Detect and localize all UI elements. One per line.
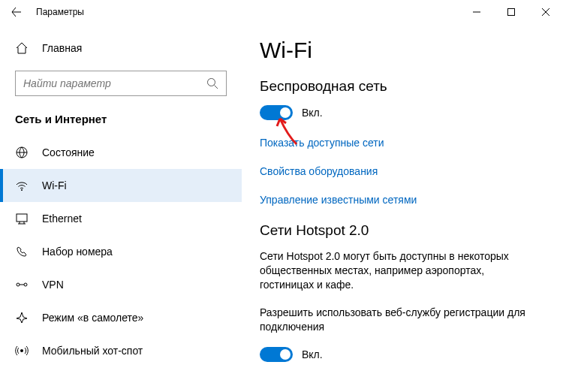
hotspot-icon	[15, 344, 29, 357]
home-nav[interactable]: Главная	[0, 33, 242, 63]
link-show-networks[interactable]: Показать доступные сети	[260, 137, 540, 149]
minimize-icon	[473, 8, 480, 16]
back-arrow-icon	[11, 7, 22, 17]
search-icon	[206, 77, 218, 89]
sidebar-item-label: VPN	[42, 279, 64, 291]
search-box[interactable]	[15, 71, 227, 96]
wifi-toggle-label: Вкл.	[302, 107, 323, 119]
sidebar-item-label: Ethernet	[42, 213, 82, 225]
svg-rect-0	[508, 9, 515, 16]
svg-point-1	[208, 79, 215, 86]
back-button[interactable]	[0, 0, 33, 24]
svg-point-7	[20, 349, 23, 352]
sidebar-item-vpn[interactable]: VPN	[0, 268, 242, 301]
close-button[interactable]	[528, 0, 563, 24]
sidebar-item-wifi[interactable]: Wi-Fi	[0, 169, 242, 202]
svg-point-6	[24, 283, 27, 286]
sidebar-section-title: Сеть и Интернет	[0, 96, 242, 136]
svg-rect-4	[17, 214, 27, 222]
wifi-icon	[15, 179, 29, 192]
maximize-icon	[507, 8, 515, 16]
hotspot-toggle-row: Вкл.	[260, 347, 540, 362]
sidebar-item-label: Состояние	[42, 146, 95, 158]
search-input[interactable]	[23, 77, 206, 89]
link-known-networks[interactable]: Управление известными сетями	[260, 194, 540, 206]
sidebar-item-label: Мобильный хот-спот	[42, 345, 143, 357]
sidebar-item-hotspot[interactable]: Мобильный хот-спот	[0, 334, 242, 367]
close-icon	[542, 8, 549, 16]
minimize-button[interactable]	[459, 0, 494, 24]
hotspot-toggle[interactable]	[260, 347, 293, 362]
status-icon	[15, 146, 29, 159]
sidebar-item-dialup[interactable]: Набор номера	[0, 235, 242, 268]
sidebar-item-ethernet[interactable]: Ethernet	[0, 202, 242, 235]
hotspot-body: Сети Hotspot 2.0 могут быть доступны в н…	[260, 249, 540, 292]
sidebar-item-label: Режим «в самолете»	[42, 312, 143, 324]
wifi-toggle-row: Вкл.	[260, 105, 540, 120]
hotspot-allow-text: Разрешить использовать веб-службу регист…	[260, 306, 540, 334]
page-title: Wi-Fi	[260, 38, 540, 63]
hotspot-toggle-label: Вкл.	[302, 348, 323, 360]
title-bar: Параметры	[0, 0, 563, 24]
ethernet-icon	[15, 212, 29, 225]
sidebar-item-airplane[interactable]: Режим «в самолете»	[0, 301, 242, 334]
wifi-heading: Беспроводная сеть	[260, 78, 540, 95]
vpn-icon	[15, 278, 29, 291]
window-title: Параметры	[33, 7, 459, 17]
sidebar: Главная Сеть и Интернет Состояние Wi-Fi	[0, 24, 242, 392]
wifi-toggle[interactable]	[260, 105, 293, 120]
maximize-button[interactable]	[494, 0, 528, 24]
sidebar-item-status[interactable]: Состояние	[0, 136, 242, 169]
sidebar-item-label: Набор номера	[42, 246, 113, 258]
sidebar-item-label: Wi-Fi	[42, 179, 67, 191]
home-label: Главная	[42, 42, 82, 54]
hotspot-heading: Сети Hotspot 2.0	[260, 222, 540, 239]
svg-point-3	[21, 189, 23, 191]
svg-point-5	[17, 283, 20, 286]
dialup-icon	[15, 245, 29, 258]
home-icon	[15, 41, 29, 55]
airplane-icon	[15, 311, 29, 324]
link-hardware-properties[interactable]: Свойства оборудования	[260, 165, 540, 177]
content-area: Wi-Fi Беспроводная сеть Вкл. Показать до…	[242, 24, 563, 392]
window-controls	[459, 0, 563, 24]
